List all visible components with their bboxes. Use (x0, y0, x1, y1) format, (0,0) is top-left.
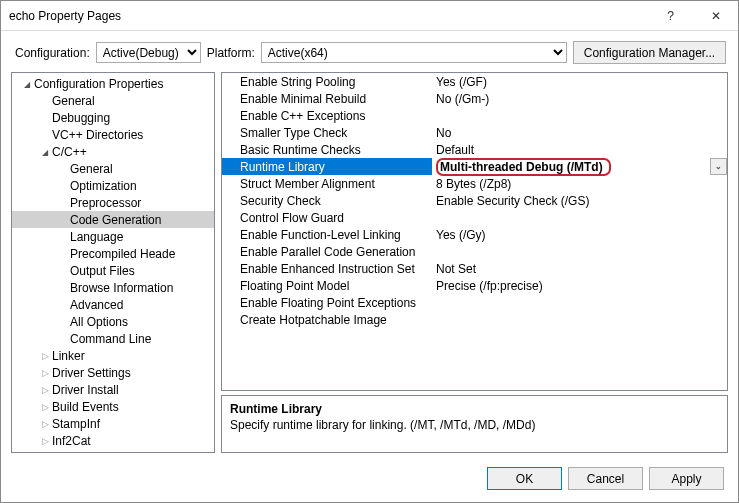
tree-arrow-icon[interactable] (38, 367, 52, 378)
tree-item-label: Code Generation (70, 213, 161, 227)
tree-arrow-icon[interactable] (20, 78, 34, 89)
tree-item[interactable]: Build Events (12, 398, 214, 415)
property-value[interactable]: Precise (/fp:precise) (432, 279, 727, 293)
tree-item-label: VC++ Directories (52, 128, 143, 142)
property-row[interactable]: Enable Minimal RebuildNo (/Gm-) (222, 90, 727, 107)
property-label: Struct Member Alignment (222, 177, 432, 191)
configuration-manager-button[interactable]: Configuration Manager... (573, 41, 726, 64)
tree-item[interactable]: Preprocessor (12, 194, 214, 211)
property-row[interactable]: Struct Member Alignment8 Bytes (/Zp8) (222, 175, 727, 192)
tree-arrow-icon[interactable] (38, 384, 52, 395)
property-row[interactable]: Enable Parallel Code Generation (222, 243, 727, 260)
tree-item[interactable]: Debugging (12, 109, 214, 126)
property-row[interactable]: Basic Runtime ChecksDefault (222, 141, 727, 158)
tree-item[interactable]: General (12, 160, 214, 177)
property-value[interactable]: Yes (/Gy) (432, 228, 727, 242)
tree-arrow-icon[interactable] (38, 350, 52, 361)
property-row[interactable]: Smaller Type CheckNo (222, 124, 727, 141)
property-label: Runtime Library (222, 160, 432, 174)
property-value[interactable]: No (/Gm-) (432, 92, 727, 106)
highlighted-value: Multi-threaded Debug (/MTd) (436, 158, 611, 176)
tree-item[interactable]: Advanced (12, 296, 214, 313)
help-button[interactable]: ? (648, 1, 693, 31)
ok-button[interactable]: OK (487, 467, 562, 490)
tree-panel: Configuration PropertiesGeneralDebugging… (11, 72, 215, 453)
property-value[interactable]: Enable Security Check (/GS) (432, 194, 727, 208)
property-label: Enable Minimal Rebuild (222, 92, 432, 106)
property-value[interactable]: Not Set (432, 262, 727, 276)
configuration-select[interactable]: Active(Debug) (96, 42, 201, 63)
tree-item[interactable]: Output Files (12, 262, 214, 279)
close-button[interactable]: ✕ (693, 1, 738, 31)
property-row[interactable]: Control Flow Guard (222, 209, 727, 226)
tree-item-label: Linker (52, 349, 85, 363)
tree-item[interactable]: Command Line (12, 330, 214, 347)
tree-item[interactable]: Driver Settings (12, 364, 214, 381)
tree-item[interactable]: VC++ Directories (12, 126, 214, 143)
property-row[interactable]: Create Hotpatchable Image (222, 311, 727, 328)
property-label: Enable Enhanced Instruction Set (222, 262, 432, 276)
tree-item-label: Driver Settings (52, 366, 131, 380)
tree-item-label: Output Files (70, 264, 135, 278)
property-value[interactable]: Yes (/GF) (432, 75, 727, 89)
tree-item-label: General (70, 162, 113, 176)
window-title: echo Property Pages (9, 9, 648, 23)
tree-item[interactable]: StampInf (12, 415, 214, 432)
tree-item[interactable]: Language (12, 228, 214, 245)
property-label: Floating Point Model (222, 279, 432, 293)
tree-item[interactable]: General (12, 92, 214, 109)
platform-select[interactable]: Active(x64) (261, 42, 567, 63)
property-row[interactable]: Floating Point ModelPrecise (/fp:precise… (222, 277, 727, 294)
platform-label: Platform: (207, 46, 255, 60)
property-label: Enable Function-Level Linking (222, 228, 432, 242)
tree-item[interactable]: Driver Install (12, 381, 214, 398)
property-value[interactable]: No (432, 126, 727, 140)
cancel-button[interactable]: Cancel (568, 467, 643, 490)
property-label: Control Flow Guard (222, 211, 432, 225)
property-row[interactable]: Enable Floating Point Exceptions (222, 294, 727, 311)
tree-item[interactable]: Browse Information (12, 279, 214, 296)
title-bar: echo Property Pages ? ✕ (1, 1, 738, 31)
tree-item-label: StampInf (52, 417, 100, 431)
property-row[interactable]: Enable String PoolingYes (/GF) (222, 73, 727, 90)
tree-item[interactable]: Precompiled Heade (12, 245, 214, 262)
tree-item[interactable]: Optimization (12, 177, 214, 194)
property-value[interactable]: Multi-threaded Debug (/MTd)⌄ (432, 158, 727, 176)
tree-item[interactable]: C/C++ (12, 143, 214, 160)
tree-item-label: Build Events (52, 400, 119, 414)
tree-item-label: Advanced (70, 298, 123, 312)
tree-item[interactable]: Configuration Properties (12, 75, 214, 92)
property-label: Create Hotpatchable Image (222, 313, 432, 327)
dialog-buttons: OK Cancel Apply (1, 459, 738, 502)
tree-item-label: Driver Signing (52, 451, 127, 453)
help-icon: ? (667, 9, 674, 23)
property-row[interactable]: Enable Enhanced Instruction SetNot Set (222, 260, 727, 277)
property-row[interactable]: Runtime LibraryMulti-threaded Debug (/MT… (222, 158, 727, 175)
tree-arrow-icon[interactable] (38, 418, 52, 429)
tree-item[interactable]: All Options (12, 313, 214, 330)
property-value[interactable]: 8 Bytes (/Zp8) (432, 177, 727, 191)
chevron-down-icon[interactable]: ⌄ (710, 158, 727, 175)
property-grid[interactable]: Enable String PoolingYes (/GF)Enable Min… (221, 72, 728, 391)
tree-item-label: Configuration Properties (34, 77, 163, 91)
tree-item[interactable]: Linker (12, 347, 214, 364)
tree-item[interactable]: Code Generation (12, 211, 214, 228)
apply-button[interactable]: Apply (649, 467, 724, 490)
close-icon: ✕ (711, 9, 721, 23)
property-value[interactable]: Default (432, 143, 727, 157)
property-row[interactable]: Enable Function-Level LinkingYes (/Gy) (222, 226, 727, 243)
property-label: Enable Floating Point Exceptions (222, 296, 432, 310)
description-text: Specify runtime library for linking. (/M… (230, 418, 719, 432)
property-row[interactable]: Security CheckEnable Security Check (/GS… (222, 192, 727, 209)
nav-tree[interactable]: Configuration PropertiesGeneralDebugging… (12, 73, 214, 452)
tree-item-label: Debugging (52, 111, 110, 125)
tree-arrow-icon[interactable] (38, 435, 52, 446)
tree-item[interactable]: Inf2Cat (12, 432, 214, 449)
property-row[interactable]: Enable C++ Exceptions (222, 107, 727, 124)
tree-item-label: C/C++ (52, 145, 87, 159)
tree-item-label: All Options (70, 315, 128, 329)
tree-arrow-icon[interactable] (38, 401, 52, 412)
tree-arrow-icon[interactable] (38, 146, 52, 157)
tree-item[interactable]: Driver Signing (12, 449, 214, 452)
tree-item-label: Driver Install (52, 383, 119, 397)
